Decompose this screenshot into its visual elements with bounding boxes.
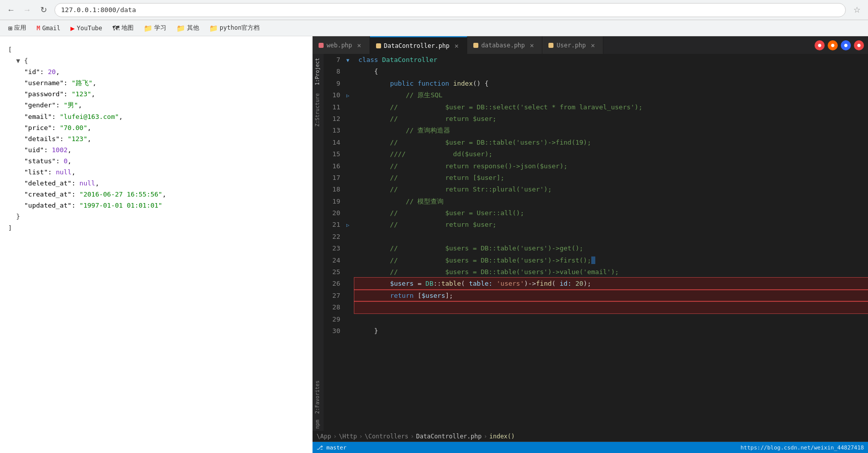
debug-arrow-2[interactable]: ▷ (346, 222, 349, 228)
tab-close-dc[interactable]: × (453, 42, 461, 50)
line-number: 7 (324, 54, 346, 66)
chrome-icon: ● (815, 40, 825, 50)
code-line-14: 14 // $user = DB::table('users')->find(1… (324, 137, 868, 148)
line-number: 10 (324, 89, 346, 101)
line-gutter (346, 301, 354, 313)
line-gutter (346, 124, 354, 136)
line-number: 22 (324, 231, 346, 242)
status-url: https://blog.csdn.net/weixin_44827418 (740, 444, 864, 451)
gmail-icon: M (36, 25, 40, 32)
line-number: 13 (324, 124, 346, 136)
browser-content: [ ▼ { "id": 20, "username": "路飞", "passw… (0, 36, 313, 453)
bookmarks-bar: ⊞ 应用 M Gmail ▶ YouTube 🗺 地图 📁 学习 📁 其他 📁 … (0, 20, 868, 36)
line-number: 27 (324, 290, 346, 301)
line-number: 19 (324, 196, 346, 207)
structure-label[interactable]: Z:Structure (313, 89, 324, 131)
code-line-16: 16 // return response()->json($user); (324, 160, 868, 172)
line-gutter (346, 66, 354, 77)
code-line-19: 19 // 模型查询 (324, 196, 868, 207)
line-code: // 模型查询 (354, 196, 868, 207)
bookmark-other[interactable]: 📁 其他 (172, 23, 203, 33)
breadcrumb-app: \App (317, 433, 331, 440)
collapse-arrow[interactable]: ▼ (346, 57, 349, 63)
status-right: https://blog.csdn.net/weixin_44827418 (740, 444, 864, 451)
line-gutter (346, 183, 354, 195)
line-number: 23 (324, 242, 346, 254)
code-line-12: 12 // return $user; (324, 113, 868, 124)
tab-database[interactable]: database.php × (467, 36, 543, 54)
line-gutter (346, 325, 354, 337)
breadcrumb-sep-1: › (333, 433, 337, 440)
tab-label-web: web.php (327, 42, 352, 49)
line-number: 29 (324, 313, 346, 325)
nav-buttons: ← → ↻ (4, 3, 50, 17)
bookmark-study[interactable]: 📁 学习 (140, 23, 170, 33)
folder-icon: 📁 (144, 24, 152, 32)
line-code: // $users = DB::table('users')->first(); (354, 254, 868, 266)
line-code: // 原生SQL (354, 89, 868, 101)
breadcrumb: \App › \Http › \Controllers › DataContro… (313, 431, 868, 442)
bookmark-star[interactable]: ☆ (850, 3, 864, 17)
bookmark-apps[interactable]: ⊞ 应用 (4, 23, 30, 33)
favorites-label[interactable]: 2:Favorites (313, 376, 324, 418)
tab-user[interactable]: User.php × (542, 36, 603, 54)
line-gutter (346, 78, 354, 89)
line-gutter (346, 242, 354, 254)
bookmark-youtube[interactable]: ▶ YouTube (67, 23, 106, 33)
bookmark-python[interactable]: 📁 python官方档 (205, 23, 264, 33)
line-gutter: ▼ (346, 54, 354, 66)
line-gutter (346, 278, 354, 289)
code-line-25: 25 // $users = DB::table('users')->value… (324, 266, 868, 278)
line-gutter (346, 231, 354, 242)
code-line-28: 28 (324, 301, 868, 313)
bookmark-label: 其他 (187, 24, 199, 32)
bookmark-label: YouTube (77, 25, 102, 32)
line-code: // return $user; (354, 219, 868, 230)
line-code: // $users = DB::table('users')->value('e… (354, 266, 868, 278)
npm-label[interactable]: npm (313, 418, 324, 431)
tab-close-web[interactable]: × (355, 41, 363, 49)
line-number: 21 (324, 219, 346, 230)
forward-button[interactable]: → (20, 3, 34, 17)
line-gutter (346, 137, 354, 148)
tab-close-user[interactable]: × (589, 41, 597, 49)
code-line-8: 8 { (324, 66, 868, 77)
code-editor[interactable]: 7 ▼ class DataController 8 { 9 (324, 54, 868, 431)
bookmark-gmail[interactable]: M Gmail (32, 24, 64, 33)
line-number: 11 (324, 101, 346, 113)
breadcrumb-controllers: \Controllers (365, 433, 409, 440)
code-line-11: 11 // $user = DB::select('select * from … (324, 101, 868, 113)
line-code (354, 313, 868, 325)
back-button[interactable]: ← (4, 3, 18, 17)
line-code (354, 231, 868, 242)
reload-button[interactable]: ↻ (36, 3, 50, 17)
code-line-24: 24 // $users = DB::table('users')->first… (324, 254, 868, 266)
folder-icon-2: 📁 (176, 24, 185, 32)
url-text: 127.0.0.1:8000/data (61, 6, 136, 14)
tab-datacontroller[interactable]: DataController.php × (370, 36, 467, 54)
git-branch: ⎇ master (317, 444, 346, 451)
bookmark-maps[interactable]: 🗺 地图 (108, 23, 138, 33)
line-code: // $user = DB::table('users')->find(19); (354, 137, 868, 148)
line-gutter (346, 160, 354, 172)
code-line-21: 21 ▷ // return $user; (324, 219, 868, 230)
apps-icon: ⊞ (8, 24, 12, 32)
project-label[interactable]: 1:Project (313, 54, 324, 89)
editor-tabs: web.php × DataController.php × database.… (313, 36, 868, 54)
browser-chrome: ← → ↻ 127.0.0.1:8000/data ☆ ⊞ 应用 M Gmail… (0, 0, 868, 36)
line-number: 8 (324, 66, 346, 77)
edge-icon: ● (841, 40, 851, 50)
tab-icon-web (319, 43, 324, 48)
status-left: ⎇ master (317, 444, 346, 451)
code-line-18: 18 // return Str::plural('user'); (324, 183, 868, 195)
tab-icon-user (548, 43, 553, 48)
line-gutter (346, 148, 354, 160)
address-bar[interactable]: 127.0.0.1:8000/data (54, 3, 846, 17)
debug-arrow[interactable]: ▷ (346, 93, 349, 98)
tab-web-php[interactable]: web.php × (313, 36, 370, 54)
tab-close-db[interactable]: × (528, 41, 536, 49)
bookmark-label: python官方档 (220, 24, 260, 32)
firefox-icon: ● (828, 40, 838, 50)
breadcrumb-sep-4: › (483, 433, 487, 440)
bookmark-label: 地图 (121, 24, 134, 32)
